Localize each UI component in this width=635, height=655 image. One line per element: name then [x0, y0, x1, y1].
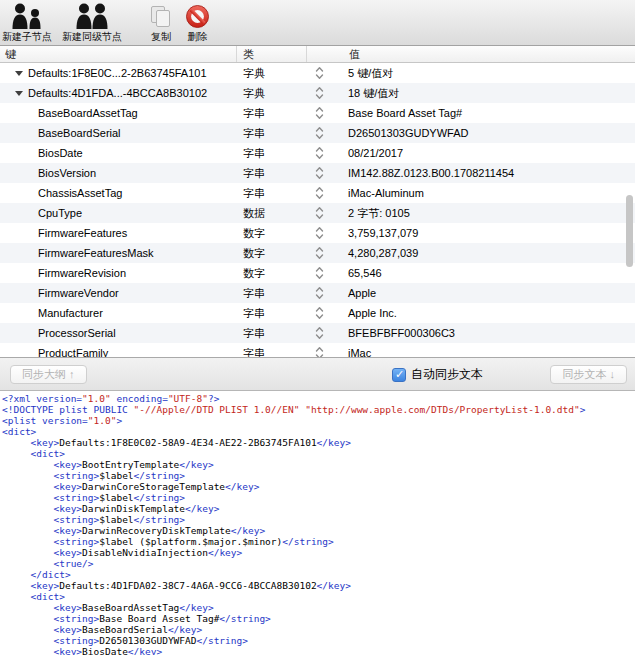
table-row[interactable]: Manufacturer字串Apple Inc. — [0, 303, 635, 323]
value-stepper[interactable] — [315, 106, 324, 120]
value-stepper[interactable] — [315, 286, 324, 300]
row-type-cell[interactable]: 字串 — [237, 346, 307, 358]
row-value-label[interactable]: 65,546 — [348, 267, 382, 279]
auto-sync-label: 自动同步文本 — [411, 366, 483, 383]
table-scrollbar-thumb[interactable] — [626, 195, 633, 267]
value-stepper[interactable] — [315, 206, 324, 220]
row-type-cell[interactable]: 字串 — [237, 146, 307, 161]
value-stepper[interactable] — [315, 146, 324, 160]
table-row[interactable]: BiosVersion字串IM142.88Z.0123.B00.17082114… — [0, 163, 635, 183]
table-row[interactable]: BaseBoardAssetTag字串Base Board Asset Tag# — [0, 103, 635, 123]
value-stepper[interactable] — [315, 66, 324, 80]
auto-sync-group: 自动同步文本 — [392, 366, 483, 383]
delete-label: 删除 — [188, 31, 208, 43]
table-row[interactable]: FirmwareRevision数字65,546 — [0, 263, 635, 283]
table-row[interactable]: BiosDate字串08/21/2017 — [0, 143, 635, 163]
row-type-cell[interactable]: 数字 — [237, 246, 307, 261]
row-type-cell[interactable]: 数据 — [237, 206, 307, 221]
new-child-node-label: 新建子节点 — [2, 31, 52, 43]
table-header: 键 类 值 — [0, 46, 635, 63]
row-key-label: BaseBoardSerial — [38, 127, 121, 139]
new-sibling-node-icon — [74, 2, 110, 30]
plist-table-body: Defaults:1F8E0C...2-2B63745FA101字典5 键/值对… — [0, 63, 635, 357]
row-type-cell[interactable]: 数字 — [237, 266, 307, 281]
column-header-value[interactable]: 值 — [307, 46, 635, 62]
row-type-cell[interactable]: 字串 — [237, 186, 307, 201]
row-value-label[interactable]: iMac-Aluminum — [348, 187, 424, 199]
row-key-label: BiosVersion — [38, 167, 96, 179]
delete-button[interactable]: 删除 — [184, 2, 211, 43]
disclosure-triangle-icon[interactable] — [15, 71, 23, 76]
xml-source-editor[interactable]: <?xml version="1.0" encoding="UTF-8"?><!… — [0, 391, 635, 655]
row-value-label[interactable]: Apple Inc. — [348, 307, 397, 319]
value-stepper[interactable] — [315, 86, 324, 100]
table-row[interactable]: ProcessorSerial字串BFEBFBFF000306C3 — [0, 323, 635, 343]
disclosure-triangle-icon[interactable] — [15, 91, 23, 96]
row-value-label[interactable]: iMac — [348, 347, 371, 357]
row-type-cell[interactable]: 数字 — [237, 226, 307, 241]
delete-icon — [184, 2, 211, 30]
row-key-label: ProcessorSerial — [38, 327, 116, 339]
value-stepper[interactable] — [315, 326, 324, 340]
row-value-label[interactable]: Base Board Asset Tag# — [348, 107, 462, 119]
table-row[interactable]: Defaults:4D1FDA...-4BCCA8B30102字典18 键/值对 — [0, 83, 635, 103]
sync-outline-button[interactable]: 同步大纲 ↑ — [10, 365, 87, 384]
sync-toolbar: 同步大纲 ↑ 自动同步文本 同步文本 ↓ — [0, 357, 635, 391]
new-sibling-node-button[interactable]: 新建同级节点 — [62, 2, 122, 43]
table-row[interactable]: BaseBoardSerial字串D26501303GUDYWFAD — [0, 123, 635, 143]
auto-sync-checkbox[interactable] — [392, 368, 406, 382]
table-row[interactable]: FirmwareVendor字串Apple — [0, 283, 635, 303]
row-type-cell[interactable]: 字串 — [237, 326, 307, 341]
new-child-node-button[interactable]: 新建子节点 — [2, 2, 52, 43]
table-row[interactable]: FirmwareFeaturesMask数字4,280,287,039 — [0, 243, 635, 263]
row-key-label: FirmwareFeaturesMask — [38, 247, 154, 259]
row-value-label[interactable]: 2 字节: 0105 — [348, 206, 410, 221]
row-type-cell[interactable]: 字典 — [237, 66, 307, 81]
row-value-label[interactable]: 08/21/2017 — [348, 147, 403, 159]
app-window: 新建子节点 新建同级节点 复制 — [0, 0, 635, 655]
value-stepper[interactable] — [315, 166, 324, 180]
row-type-cell[interactable]: 字串 — [237, 126, 307, 141]
row-value-label[interactable]: D26501303GUDYWFAD — [348, 127, 468, 139]
value-stepper[interactable] — [315, 226, 324, 240]
column-header-key[interactable]: 键 — [0, 46, 237, 62]
row-value-label[interactable]: 5 键/值对 — [348, 66, 393, 81]
toolbar: 新建子节点 新建同级节点 复制 — [0, 0, 635, 46]
row-value-label[interactable]: 3,759,137,079 — [348, 227, 418, 239]
new-sibling-node-label: 新建同级节点 — [62, 31, 122, 43]
value-stepper[interactable] — [315, 126, 324, 140]
value-stepper[interactable] — [315, 346, 324, 357]
row-value-label[interactable]: IM142.88Z.0123.B00.1708211454 — [348, 167, 514, 179]
table-row[interactable]: CpuType数据2 字节: 0105 — [0, 203, 635, 223]
row-value-label[interactable]: 18 键/值对 — [348, 86, 399, 101]
row-key-label: FirmwareRevision — [38, 267, 126, 279]
row-key-label: Defaults:1F8E0C...2-2B63745FA101 — [28, 67, 207, 79]
row-key-label: BiosDate — [38, 147, 83, 159]
table-row[interactable]: FirmwareFeatures数字3,759,137,079 — [0, 223, 635, 243]
row-type-cell[interactable]: 字串 — [237, 306, 307, 321]
row-value-label[interactable]: 4,280,287,039 — [348, 247, 418, 259]
value-stepper[interactable] — [315, 306, 324, 320]
row-key-label: BaseBoardAssetTag — [38, 107, 138, 119]
table-row[interactable]: ProductFamily字串iMac — [0, 343, 635, 357]
column-header-type[interactable]: 类 — [237, 46, 307, 62]
row-key-label: FirmwareFeatures — [38, 227, 127, 239]
row-value-label[interactable]: Apple — [348, 287, 376, 299]
table-row[interactable]: Defaults:1F8E0C...2-2B63745FA101字典5 键/值对 — [0, 63, 635, 83]
sync-text-button[interactable]: 同步文本 ↓ — [550, 365, 627, 384]
value-stepper[interactable] — [315, 186, 324, 200]
copy-button[interactable]: 复制 — [148, 2, 174, 43]
row-type-cell[interactable]: 字串 — [237, 166, 307, 181]
row-key-label: CpuType — [38, 207, 82, 219]
value-stepper[interactable] — [315, 246, 324, 260]
row-type-cell[interactable]: 字串 — [237, 106, 307, 121]
value-stepper[interactable] — [315, 266, 324, 280]
table-row[interactable]: ChassisAssetTag字串iMac-Aluminum — [0, 183, 635, 203]
row-value-label[interactable]: BFEBFBFF000306C3 — [348, 327, 455, 339]
row-type-cell[interactable]: 字典 — [237, 86, 307, 101]
row-key-label: Defaults:4D1FDA...-4BCCA8B30102 — [28, 87, 207, 99]
row-key-label: ProductFamily — [38, 347, 108, 357]
row-key-label: ChassisAssetTag — [38, 187, 122, 199]
new-child-node-icon — [10, 2, 44, 30]
row-type-cell[interactable]: 字串 — [237, 286, 307, 301]
